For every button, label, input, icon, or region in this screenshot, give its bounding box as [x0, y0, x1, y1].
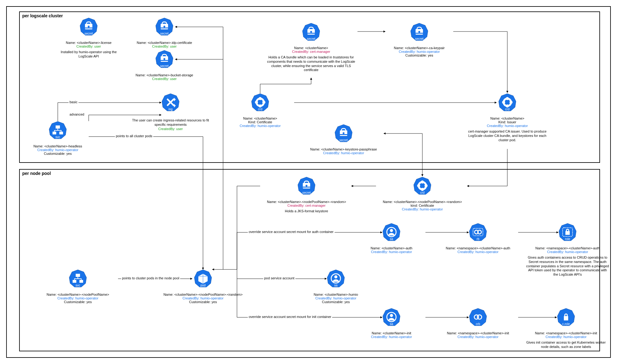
node-name: Name: <clusterName> [464, 116, 551, 120]
node-role-auth: role Name: <namespace>-<clusterName>-aut… [526, 223, 609, 277]
node-createdby: CreatedBy: humio-operator [303, 151, 384, 155]
node-custom: Customizable: yes [157, 300, 249, 304]
icon-label: svc [38, 284, 118, 287]
icon-label: ing [130, 108, 211, 111]
node-secret-bucket: secret Name: <clusterName>-bucket-storag… [130, 50, 198, 81]
node-name: Name: <namespace>-<clusterName>-auth [526, 246, 609, 250]
node-name: Name: <clusterName>-<nodePoolName> [38, 293, 118, 296]
node-secret-cakey: secret Name: <clusterName>-ca-keypair Cr… [385, 23, 453, 57]
node-createdby: CreatedBy: humio-operator [24, 148, 92, 152]
icon-label: crd [376, 191, 469, 194]
node-crd-cert: crd Name: <clusterName> Kind: Certificat… [226, 93, 294, 128]
node-kind: Kind: Issuer [464, 120, 551, 124]
node-sa-init: sa Name: <clusterName>-init CreatedBy: h… [357, 308, 425, 339]
node-crole-init: c.role Name: <namespace>-<clusterName>-i… [526, 308, 606, 349]
group-nodepool-label: per node pool [22, 171, 51, 176]
icon-label: secret [260, 191, 353, 194]
node-createdby: CreatedBy: humio-operator [302, 296, 370, 300]
node-desc: Gives auth containers access to CRUD ope… [526, 256, 609, 277]
node-svc-np: svc Name: <clusterName>-<nodePoolName> C… [38, 269, 118, 304]
icon-label: pod [157, 284, 249, 287]
node-custom: Customizable: yes [302, 300, 370, 304]
node-kind: Kind: Certificate [226, 120, 294, 124]
node-custom: Customizable: yes [385, 53, 453, 57]
node-secret-kspass: secret Name: <clusterName>-keystore-pass… [303, 124, 384, 155]
node-createdby: CreatedBy: humio-operator [385, 50, 453, 53]
icon-label: secret [265, 37, 357, 40]
node-pod: pod Name: <clusterName>-<nodePoolName>-<… [157, 269, 249, 304]
node-createdby: CreatedBy: humio-operator [438, 335, 518, 339]
icon-label: secret [130, 32, 198, 35]
node-custom: Customizable: yes [38, 300, 118, 304]
node-name: Name: <clusterName>-humio [302, 293, 370, 296]
icon-label: secret [130, 64, 198, 68]
node-svc-headless: svc Name: <clusterName>-headless Created… [24, 121, 92, 155]
node-createdby: CreatedBy: user [130, 127, 211, 131]
node-name: Name: <clusterName>-ca-keypair [385, 46, 453, 50]
icon-label: crd [464, 108, 551, 111]
icon-label: c.role [526, 322, 606, 326]
node-name: Name: <clusterName>-<nodePoolName>-<rand… [376, 200, 469, 204]
node-name: Name: <clusterName>-headless [24, 144, 92, 148]
node-secret-cluster: secret Name: <clusterName> CreatedBy: ce… [265, 23, 357, 72]
node-name: Name: <clusterName>-init [357, 331, 425, 335]
node-desc: Holds a JKS-format keystore [260, 209, 353, 214]
diagram-root: per logscale cluster per node pool secre… [6, 6, 611, 358]
node-name: Name: <clusterName>-bucket-storage [130, 73, 198, 77]
node-name: Name: <clusterName>-<nodePoolName>-<rand… [260, 200, 353, 204]
node-createdby: CreatedBy: humio-operator [357, 335, 425, 339]
node-rb-auth: rb Name: <namespace>-<clusterName>-auth … [438, 223, 518, 254]
edge-label-ovinit: override service account secret mount fo… [248, 315, 332, 319]
node-createdby: CreatedBy: humio-operator [357, 250, 425, 254]
node-createdby: CreatedBy: humio-operator [157, 296, 249, 300]
node-desc: Holds a CA bundle which can be loaded in… [265, 55, 357, 72]
node-custom: Customizable: yes [24, 152, 92, 155]
node-createdby: CreatedBy: humio-operator [376, 207, 469, 211]
node-secret-np: secret Name: <clusterName>-<nodePoolName… [260, 177, 353, 214]
node-createdby: CreatedBy: user [130, 77, 198, 81]
node-kind: kind: Certificate [376, 204, 469, 207]
icon-label: crd [226, 108, 294, 111]
node-name: Name: <namespace>-<clusterName>-auth [438, 246, 518, 250]
edge-label-psa: pod service account [263, 276, 295, 280]
node-createdby: CreatedBy: humio-operator [526, 335, 606, 339]
node-createdby: CreatedBy: user [130, 44, 198, 48]
icon-label: sa [357, 322, 425, 326]
node-name: Name: <clusterName> [226, 116, 294, 120]
node-name: Name: <clusterName>-auth [357, 246, 425, 250]
edge-label-allpods: points to all cluster pods [115, 134, 153, 138]
node-createdby: CreatedBy: cert-manager [260, 204, 353, 207]
node-name: Name: <namespace>-<clusterName>-init [438, 331, 518, 335]
node-createdby: CreatedBy: humio-operator [226, 124, 294, 128]
node-crd-np: crd Name: <clusterName>-<nodePoolName>-<… [376, 177, 469, 211]
node-desc: The user can create ingress-related reso… [130, 118, 211, 127]
node-name: Name: <clusterName>-<nodePoolName>-<rand… [157, 293, 249, 296]
node-desc: cert-manager supported CA issuer. Used t… [464, 129, 551, 142]
node-secret-license: secret Name: <clusterName>-license Creat… [55, 18, 123, 59]
icon-label: secret [385, 37, 453, 40]
icon-label: rb [438, 237, 518, 241]
node-createdby: CreatedBy: cert-manager [265, 50, 357, 53]
node-name: Name: <clusterName> [265, 46, 357, 50]
node-desc: Gives init container access to get Kuber… [526, 341, 606, 349]
icon-label: crb [438, 322, 518, 326]
edge-label-ovauth: override service account secret mount fo… [248, 230, 335, 234]
icon-label: secret [303, 138, 384, 142]
node-crb-init: crb Name: <namespace>-<clusterName>-init… [438, 308, 518, 339]
icon-label: svc [24, 135, 92, 139]
node-sa-humio: sa Name: <clusterName>-humio CreatedBy: … [302, 269, 370, 304]
node-ing: ing The user can create ingress-related … [130, 93, 211, 131]
node-createdby: CreatedBy: humio-operator [438, 250, 518, 254]
node-createdby: CreatedBy: humio-operator [38, 296, 118, 300]
node-name: Name: <clusterName>-license [55, 41, 123, 44]
edge-label-advanced: advanced [69, 112, 85, 116]
node-createdby: CreatedBy: humio-operator [464, 124, 551, 128]
node-name: Name: <namespace>-<clusterName>-init [526, 331, 606, 335]
icon-label: sa [302, 284, 370, 287]
node-crd-issuer: crd Name: <clusterName> Kind: Issuer Cre… [464, 93, 551, 142]
node-desc: Installed by humio-operator using the Lo… [55, 50, 123, 59]
node-name: Name: <clusterName>-keystore-passphrase [303, 147, 384, 151]
edge-label-npods: points to cluster pods in the node pool [121, 276, 180, 280]
node-sa-auth: sa Name: <clusterName>-auth CreatedBy: h… [357, 223, 425, 254]
node-createdby: CreatedBy: user [55, 44, 123, 48]
